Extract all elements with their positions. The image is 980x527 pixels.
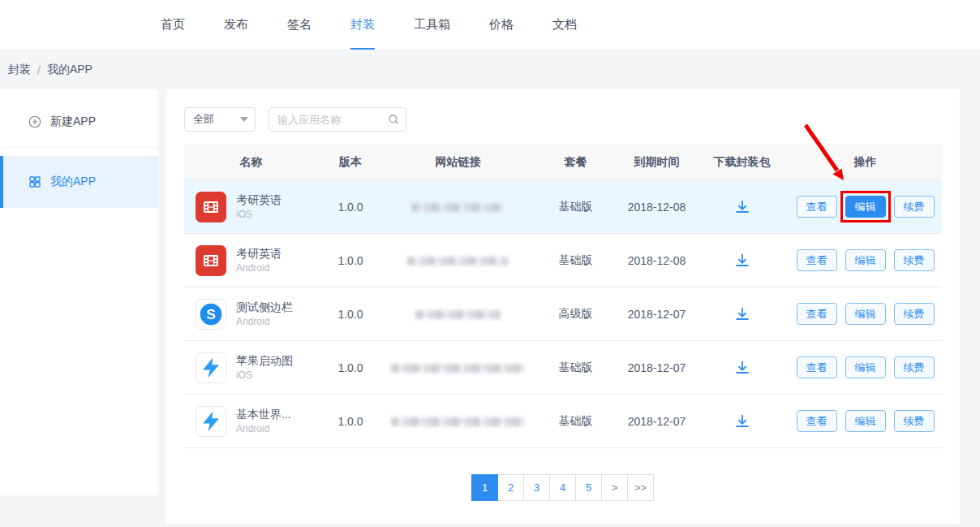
nav-item-docs[interactable]: 文档	[552, 0, 577, 50]
sidebar-item-new-app[interactable]: 新建APP	[0, 96, 158, 148]
app-expiry: 2018-12-07	[618, 361, 695, 374]
app-name: 测试侧边栏	[236, 300, 293, 315]
view-button[interactable]: 查看	[797, 410, 837, 432]
app-version: 1.0.0	[318, 361, 383, 374]
search-box	[269, 107, 406, 132]
edit-button[interactable]: 编辑	[845, 303, 886, 325]
table-row: S 测试侧边栏 Android 1.0.0 高级版 2018-12-07 查看 …	[184, 287, 942, 341]
column-header-expiry: 到期时间	[618, 155, 695, 170]
breadcrumb-root[interactable]: 封装	[8, 63, 31, 77]
annotation-red-box: 编辑	[840, 191, 891, 222]
table-row: 基本世界... Android 1.0.0 基础版 2018-12-07 查看 …	[184, 395, 942, 448]
svg-text:S: S	[206, 306, 216, 322]
breadcrumb-separator: /	[37, 63, 41, 76]
app-platform: Android	[236, 422, 291, 435]
nav-item-sign[interactable]: 签名	[287, 0, 312, 50]
breadcrumb: 封装 / 我的APP	[0, 50, 980, 89]
page-button-4[interactable]: 4	[549, 474, 576, 501]
app-expiry: 2018-12-08	[618, 201, 695, 214]
app-platform: Android	[236, 315, 293, 328]
bolt-icon	[196, 352, 226, 383]
content-area: 新建APP 我的APP 全部 名称 版本 网站链接 套餐	[0, 89, 980, 524]
table-row: 考研英语 Android 1.0.0 基础版 2018-12-08 查看 编辑 …	[184, 234, 942, 287]
app-plan: 基础版	[533, 361, 618, 375]
main-panel: 全部 名称 版本 网站链接 套餐 到期时间 下载封装包 操作	[166, 89, 960, 524]
app-expiry: 2018-12-07	[618, 415, 695, 428]
sidebar: 新建APP 我的APP	[0, 89, 158, 495]
category-filter-select[interactable]: 全部	[184, 107, 256, 132]
column-header-url: 网站链接	[383, 155, 533, 170]
renew-button[interactable]: 续费	[894, 249, 935, 271]
search-input[interactable]	[269, 107, 406, 132]
masked-url	[411, 203, 505, 212]
app-table: 名称 版本 网站链接 套餐 到期时间 下载封装包 操作 考研英语 iOS	[184, 145, 942, 448]
masked-url	[407, 257, 509, 266]
page-button-3[interactable]: 3	[523, 474, 550, 501]
sidebar-item-label: 新建APP	[50, 114, 96, 129]
film-icon	[196, 245, 226, 276]
nav-item-price[interactable]: 价格	[489, 0, 514, 50]
category-filter-value: 全部	[193, 112, 214, 127]
sidebar-item-label: 我的APP	[50, 175, 96, 189]
page-button-2[interactable]: 2	[497, 474, 524, 501]
column-header-version: 版本	[318, 155, 383, 170]
bolt-icon	[196, 406, 226, 437]
nav-item-toolbox[interactable]: 工具箱	[414, 0, 450, 50]
view-button[interactable]: 查看	[797, 196, 837, 218]
column-header-name: 名称	[184, 155, 318, 170]
grid-icon	[28, 175, 42, 189]
plus-circle-icon	[28, 114, 42, 129]
toolbar: 全部	[184, 107, 942, 132]
download-icon[interactable]	[733, 198, 751, 216]
nav-item-publish[interactable]: 发布	[224, 0, 248, 50]
app-plan: 高级版	[533, 307, 618, 322]
renew-button[interactable]: 续费	[894, 356, 935, 378]
renew-button[interactable]: 续费	[894, 410, 935, 432]
app-expiry: 2018-12-07	[618, 308, 695, 321]
app-name: 基本世界...	[236, 407, 291, 422]
s-logo-icon: S	[196, 299, 226, 330]
breadcrumb-current: 我的APP	[47, 63, 92, 77]
column-header-actions: 操作	[789, 155, 942, 170]
app-name: 考研英语	[236, 192, 282, 208]
renew-button[interactable]: 续费	[894, 196, 935, 218]
edit-button[interactable]: 编辑	[845, 410, 886, 432]
view-button[interactable]: 查看	[797, 303, 837, 325]
search-icon[interactable]	[387, 113, 400, 126]
app-version: 1.0.0	[318, 415, 383, 428]
masked-url	[415, 310, 501, 319]
film-icon	[196, 192, 226, 222]
edit-button[interactable]: 编辑	[845, 356, 886, 378]
view-button[interactable]: 查看	[797, 249, 837, 271]
app-version: 1.0.0	[318, 201, 383, 214]
next-page-button[interactable]: >	[601, 474, 628, 501]
table-row: 苹果启动图 iOS 1.0.0 基础版 2018-12-07 查看 编辑 续费	[184, 341, 942, 395]
nav-item-home[interactable]: 首页	[161, 0, 185, 50]
app-plan: 基础版	[533, 414, 618, 429]
masked-url	[391, 417, 525, 426]
edit-button[interactable]: 编辑	[845, 249, 886, 271]
app-expiry: 2018-12-08	[618, 254, 695, 267]
page-button-5[interactable]: 5	[575, 474, 602, 501]
sidebar-item-my-app[interactable]: 我的APP	[0, 156, 158, 208]
app-plan: 基础版	[533, 200, 618, 214]
table-header-row: 名称 版本 网站链接 套餐 到期时间 下载封装包 操作	[184, 145, 942, 180]
nav-item-package[interactable]: 封装	[350, 0, 375, 50]
jump-next-page-button[interactable]: >>	[627, 474, 654, 501]
app-plan: 基础版	[533, 253, 618, 268]
column-header-plan: 套餐	[533, 155, 618, 170]
download-icon[interactable]	[733, 359, 751, 377]
edit-button[interactable]: 编辑	[845, 196, 886, 218]
download-icon[interactable]	[733, 305, 751, 323]
app-version: 1.0.0	[318, 254, 383, 267]
download-icon[interactable]	[733, 252, 751, 270]
app-platform: iOS	[236, 369, 293, 382]
page-button-1[interactable]: 1	[471, 474, 498, 501]
view-button[interactable]: 查看	[797, 356, 837, 378]
app-platform: Android	[236, 261, 282, 274]
chevron-down-icon	[240, 117, 248, 122]
app-version: 1.0.0	[318, 308, 383, 321]
app-name: 考研英语	[236, 246, 282, 261]
download-icon[interactable]	[733, 413, 751, 430]
renew-button[interactable]: 续费	[894, 303, 935, 325]
